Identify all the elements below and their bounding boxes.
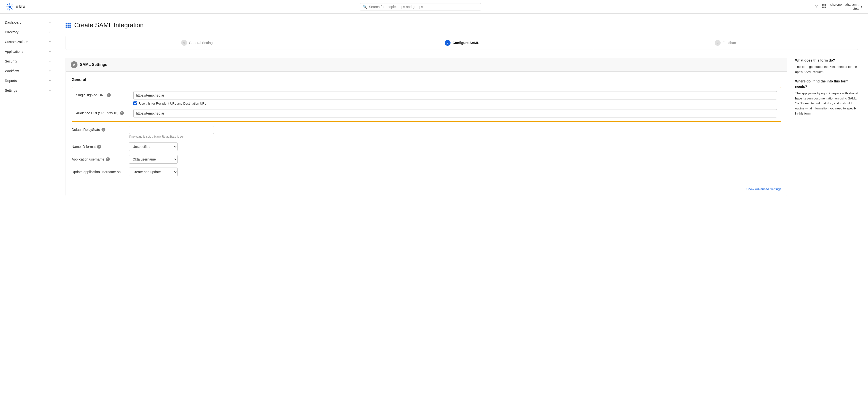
okta-brand-name: okta: [16, 4, 26, 9]
sso-url-help-icon[interactable]: ?: [107, 93, 111, 97]
apps-grid-button[interactable]: [822, 4, 827, 10]
sso-url-checkbox-label: Use this for Recipient URL and Destinati…: [139, 102, 206, 105]
sso-url-label: Single sign-on URL ?: [76, 91, 129, 97]
search-input[interactable]: [369, 5, 478, 9]
audience-uri-help-icon[interactable]: ?: [120, 111, 124, 115]
svg-line-8: [7, 8, 8, 9]
page-title-area: Create SAML Integration: [66, 21, 858, 29]
sso-url-row: Single sign-on URL ? Use this for Recipi…: [76, 91, 777, 105]
step-configure-saml[interactable]: 2 Configure SAML: [330, 36, 594, 50]
page-title: Create SAML Integration: [74, 21, 144, 29]
name-id-format-label: Name ID format ?: [72, 145, 125, 148]
okta-logo: okta: [6, 3, 26, 11]
update-username-select[interactable]: Create and update Create only: [129, 168, 178, 176]
highlighted-fields-group: Single sign-on URL ? Use this for Recipi…: [72, 87, 781, 122]
advanced-settings-area: Show Advanced Settings: [66, 184, 787, 196]
step-3-label: Feedback: [722, 41, 737, 45]
help-button[interactable]: ?: [815, 4, 818, 9]
sidebar-item-dashboard[interactable]: Dashboard ▾: [0, 18, 56, 27]
nav-left: okta: [6, 3, 26, 11]
sso-url-checkbox[interactable]: [133, 102, 137, 105]
sidebar-item-settings[interactable]: Settings ▾: [0, 86, 56, 95]
search-box[interactable]: 🔍: [360, 3, 481, 10]
nav-search-area: 🔍: [360, 3, 481, 10]
sidebar-chevron-workflow: ▾: [49, 69, 51, 73]
form-card-title: SAML Settings: [80, 62, 107, 67]
svg-rect-10: [825, 4, 826, 6]
sidebar-chevron-settings: ▾: [49, 89, 51, 92]
app-username-select[interactable]: Okta username Email Custom: [129, 155, 178, 164]
search-icon: 🔍: [363, 5, 367, 9]
svg-line-7: [11, 4, 12, 5]
sidebar-chevron-reports: ▾: [49, 79, 51, 82]
sidebar-item-directory[interactable]: Directory ▾: [0, 27, 56, 37]
step-1-label: General Settings: [189, 41, 214, 45]
step-feedback[interactable]: 3 Feedback: [594, 36, 858, 50]
app-username-row: Application username ? Okta username Ema…: [72, 155, 781, 164]
relay-state-input-area: If no value is set, a blank RelayState i…: [129, 126, 781, 138]
help-panel: What does this form do? This form genera…: [795, 58, 858, 196]
audience-uri-input[interactable]: [133, 109, 777, 117]
svg-line-6: [11, 8, 12, 9]
name-id-format-help-icon[interactable]: ?: [97, 145, 101, 148]
audience-uri-label: Audience URI (SP Entity ID) ?: [76, 109, 129, 115]
sidebar-item-customizations[interactable]: Customizations ▾: [0, 37, 56, 47]
nav-right: ? sherene.mahanam... h2oai ▾: [815, 3, 862, 11]
sso-url-input-area: Use this for Recipient URL and Destinati…: [133, 91, 777, 105]
app-username-label: Application username ?: [72, 157, 125, 161]
sidebar-label-dashboard: Dashboard: [5, 21, 22, 24]
audience-uri-row: Audience URI (SP Entity ID) ?: [76, 109, 777, 117]
sidebar-chevron-directory: ▾: [49, 31, 51, 34]
form-card-header: A SAML Settings: [66, 58, 787, 72]
saml-settings-card: A SAML Settings General Single sign-on U…: [66, 58, 787, 196]
help-question-2: Where do I find the info this form needs…: [795, 79, 858, 89]
sidebar-item-security[interactable]: Security ▾: [0, 56, 56, 66]
sidebar-item-applications[interactable]: Applications ▾: [0, 47, 56, 56]
show-advanced-settings-link[interactable]: Show Advanced Settings: [746, 187, 781, 191]
name-id-format-row: Name ID format ? Unspecified EmailAddres…: [72, 142, 781, 151]
user-menu[interactable]: sherene.mahanam... h2oai ▾: [830, 3, 862, 11]
help-answer-1: This form generates the XML needed for t…: [795, 64, 858, 75]
content-row: A SAML Settings General Single sign-on U…: [66, 58, 858, 196]
sidebar-label-workflow: Workflow: [5, 69, 19, 73]
sidebar-chevron-applications: ▾: [49, 50, 51, 53]
sidebar-chevron-customizations: ▾: [49, 40, 51, 44]
sidebar: Dashboard ▾ Directory ▾ Customizations ▾…: [0, 13, 56, 393]
sidebar-label-applications: Applications: [5, 50, 23, 54]
step-general-settings[interactable]: 1 General Settings: [66, 36, 330, 50]
help-question-1: What does this form do?: [795, 58, 858, 63]
section-letter: A: [71, 61, 78, 68]
page-title-grid-icon: [66, 23, 71, 28]
svg-point-0: [8, 6, 11, 8]
step-3-number: 3: [715, 40, 720, 46]
svg-rect-12: [825, 6, 826, 8]
sso-url-checkbox-row: Use this for Recipient URL and Destinati…: [133, 102, 777, 105]
sidebar-label-security: Security: [5, 59, 17, 63]
svg-rect-11: [822, 6, 824, 8]
user-menu-chevron: ▾: [861, 5, 862, 8]
name-id-format-select[interactable]: Unspecified EmailAddress Persistent Tran…: [129, 142, 178, 151]
sso-url-input[interactable]: [133, 91, 777, 100]
user-name-display: sherene.mahanam... h2oai: [830, 3, 859, 11]
sidebar-label-settings: Settings: [5, 88, 17, 92]
okta-logo-icon: [6, 3, 13, 11]
page-layout: Dashboard ▾ Directory ▾ Customizations ▾…: [0, 13, 868, 393]
top-nav: okta 🔍 ? sherene.mahanam... h2oai ▾: [0, 0, 868, 13]
sidebar-item-reports[interactable]: Reports ▾: [0, 76, 56, 86]
audience-uri-input-area: [133, 109, 777, 117]
form-body: General Single sign-on URL ?: [66, 72, 787, 184]
relay-state-help-icon[interactable]: ?: [101, 128, 105, 132]
step-1-number: 1: [181, 40, 187, 46]
main-content: Create SAML Integration 1 General Settin…: [56, 13, 868, 393]
update-username-row: Update application username on Create an…: [72, 168, 781, 176]
svg-line-5: [7, 4, 8, 5]
relay-state-input[interactable]: [129, 126, 214, 134]
sidebar-label-customizations: Customizations: [5, 40, 28, 44]
help-answer-2: The app you're trying to integrate with …: [795, 91, 858, 116]
update-username-label: Update application username on: [72, 170, 125, 174]
sidebar-item-workflow[interactable]: Workflow ▾: [0, 66, 56, 76]
step-2-label: Configure SAML: [453, 41, 479, 45]
svg-rect-9: [822, 4, 824, 6]
general-section-title: General: [72, 78, 781, 82]
app-username-help-icon[interactable]: ?: [106, 157, 110, 161]
